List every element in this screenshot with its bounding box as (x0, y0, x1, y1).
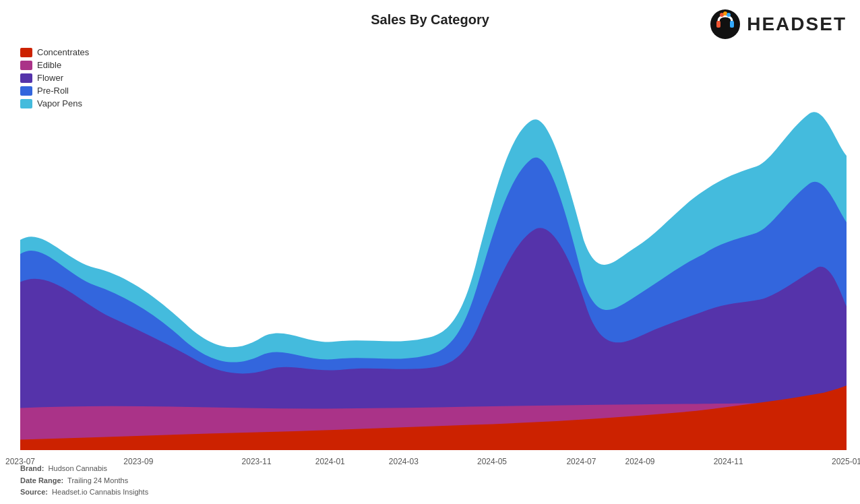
date-range-value: Trailing 24 Months (67, 476, 128, 484)
x-axis-label: 2024-01 (315, 457, 345, 466)
source-label: Source: (20, 488, 48, 496)
x-axis-label: 2024-07 (566, 457, 596, 466)
chart-container: HEADSET Sales By Category ConcentratesEd… (0, 0, 860, 504)
chart-area (20, 44, 847, 450)
x-axis-label: 2024-11 (714, 457, 743, 466)
brand-value: Hudson Cannabis (49, 464, 107, 472)
footer-info: Brand: Hudson Cannabis Date Range: Trail… (20, 463, 148, 499)
chart-title: Sales By Category (0, 12, 860, 28)
source-value: Headset.io Cannabis Insights (52, 488, 148, 496)
x-axis-label: 2024-03 (389, 457, 419, 466)
chart-svg (20, 44, 847, 450)
x-axis-label: 2025-01 (832, 457, 860, 466)
x-axis-label: 2023-11 (242, 457, 272, 466)
x-axis-label: 2024-05 (477, 457, 507, 466)
x-axis-label: 2024-09 (625, 457, 654, 466)
brand-label: Brand: (20, 464, 44, 472)
date-range-label: Date Range: (20, 476, 63, 484)
